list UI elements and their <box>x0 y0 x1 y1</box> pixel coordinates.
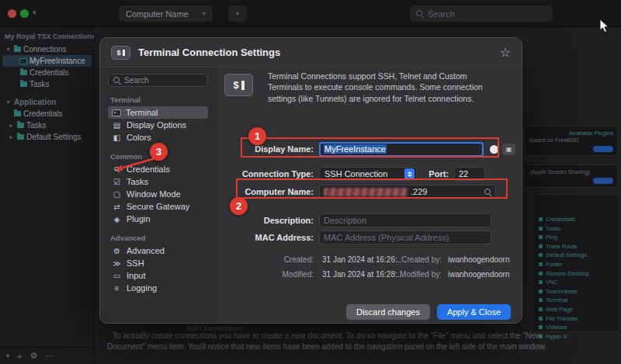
gear-icon: ⚙ <box>112 247 122 255</box>
dialog-nav: Search Terminal > Terminal ▤ Display Opt… <box>100 68 217 323</box>
modified-by-label: Modified by: <box>364 270 442 279</box>
colors-icon: ◧ <box>112 133 122 142</box>
annotation-box-display-name <box>241 137 499 158</box>
modified-label: Modified: <box>217 270 319 279</box>
nav-item-advanced[interactable]: ⚙ Advanced <box>108 244 208 257</box>
window-mode-icon: ▢ <box>112 190 122 199</box>
mac-address-row: MAC Address: <box>217 230 522 245</box>
description-row: Description: <box>217 213 522 228</box>
nav-item-window-mode[interactable]: ▢ Window Mode <box>108 188 208 200</box>
port-label: Port: <box>417 169 454 179</box>
nav-section-advanced: Advanced <box>110 234 206 242</box>
created-by-value: iwanhoogendoorn <box>448 255 510 264</box>
dialog-title: Terminal Connection Settings <box>138 47 280 58</box>
apply-close-button[interactable]: Apply & Close <box>437 304 511 320</box>
royal-tsx-window: ▾ Computer Name ▾ ▾ Search My Royal TSX … <box>0 0 621 364</box>
created-row: Created: 31 Jan 2024 at 16:26:.. Created… <box>217 254 522 265</box>
nav-item-input[interactable]: ▭ Input <box>108 269 208 282</box>
plugin-icon: ◈ <box>112 215 122 224</box>
annotation-arrow <box>110 155 158 174</box>
nav-item-terminal[interactable]: > Terminal <box>108 106 208 119</box>
connection-type-label: Connection Type: <box>217 169 319 179</box>
nav-item-tasks[interactable]: ☑ Tasks <box>108 175 208 188</box>
discard-changes-button[interactable]: Discard changes <box>346 304 430 320</box>
logging-icon: ≡ <box>112 284 122 293</box>
nav-item-logging[interactable]: ≡ Logging <box>108 282 208 294</box>
terminal-icon: > <box>112 109 121 116</box>
annotation-step-1: 1 <box>248 127 266 145</box>
modified-row: Modified: 31 Jan 2024 at 16:28:.. Modifi… <box>217 269 522 279</box>
dialog-header: $ Terminal Connection Settings ☆ <box>100 38 522 68</box>
dialog-info-text: Terminal Connections support SSH, Telnet… <box>268 71 498 104</box>
nav-item-secure-gateway[interactable]: ⇄ Secure Gateway <box>108 200 208 213</box>
description-input[interactable] <box>319 213 491 227</box>
created-by-label: Created by: <box>364 255 442 264</box>
stepper-icon <box>404 168 415 179</box>
mouse-cursor <box>599 19 609 33</box>
nav-item-ssh[interactable]: ≫ SSH <box>108 257 208 269</box>
secure-gateway-icon: ⇄ <box>112 203 122 211</box>
display-options-icon: ▤ <box>112 121 122 130</box>
nav-item-plugin[interactable]: ◈ Plugin <box>108 213 208 225</box>
terminal-connection-icon: $ <box>111 46 130 60</box>
annotation-step-2: 2 <box>230 197 248 215</box>
ssh-icon: ≫ <box>112 259 122 268</box>
nav-item-colors[interactable]: ◧ Colors <box>108 131 208 144</box>
favorite-star-icon[interactable]: ☆ <box>500 45 511 60</box>
mac-address-input[interactable] <box>319 231 491 244</box>
search-icon <box>113 77 120 84</box>
nav-item-display-options[interactable]: ▤ Display Options <box>108 119 208 131</box>
icon-picker-button[interactable]: ▣ <box>502 144 515 155</box>
dialog-search-field[interactable]: Search <box>108 74 208 87</box>
created-label: Created: <box>217 255 319 264</box>
nav-section-terminal: Terminal <box>110 95 206 104</box>
description-label: Description: <box>217 216 319 225</box>
modified-by-value: iwanhoogendoorn <box>448 270 510 279</box>
input-icon: ▭ <box>112 272 122 280</box>
tasks-icon: ☑ <box>112 178 122 186</box>
mac-address-label: MAC Address: <box>217 233 319 242</box>
terminal-connection-icon: $ <box>224 74 253 96</box>
annotation-box-computer-name <box>236 179 508 199</box>
